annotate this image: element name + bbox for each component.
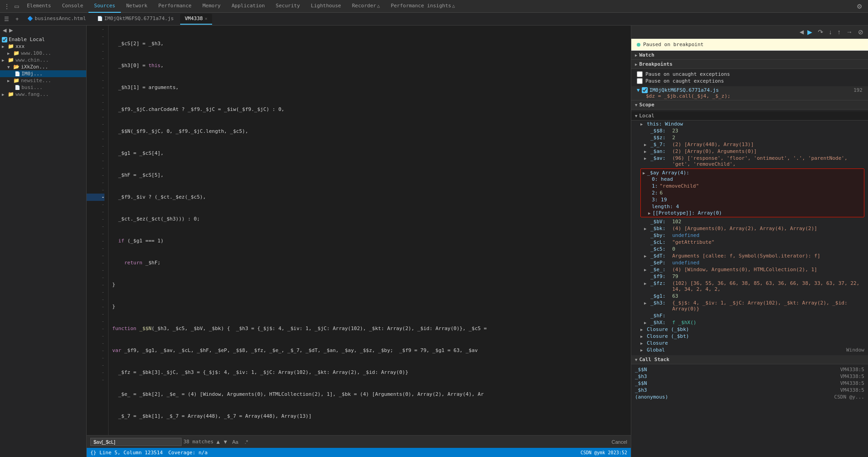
- expand-icon[interactable]: ▶: [640, 327, 645, 332]
- tab-application[interactable]: Application: [226, 0, 270, 13]
- tree-item-www100[interactable]: ▶ 📁 www.100...: [0, 50, 86, 57]
- tree-item-im0j[interactable]: 📄 IM0j...: [0, 70, 86, 77]
- tree-item-newsite[interactable]: ▶ 📁 newsite...: [0, 77, 86, 84]
- regex-btn[interactable]: .*: [242, 438, 250, 446]
- tab-perf-insights[interactable]: Performance insights △: [385, 0, 460, 13]
- scope-item[interactable]: ▶ _$h3: {_$j$: 4, _$iv: 1, _$jC: Array(1…: [640, 299, 868, 312]
- scope-item-closure[interactable]: ▶ Closure: [637, 340, 868, 347]
- scope-item[interactable]: ▶ _$bk: (4) [Arguments(0), Array(2), Arr…: [640, 225, 868, 232]
- call-stack-item[interactable]: _$h3 VM4338:5: [631, 387, 868, 394]
- expand-icon[interactable]: ▶: [644, 149, 649, 154]
- tree-item-wwwchin[interactable]: ▶ 📁 www.chin...: [0, 57, 86, 63]
- tree-item-ixkzon[interactable]: ▼ 📂 iXkZon...: [0, 63, 86, 70]
- search-input[interactable]: [90, 438, 182, 446]
- tree-item-wwwfang[interactable]: ▶ 📁 www.fang...: [0, 91, 86, 98]
- file-tab-businessannc[interactable]: 🔷 businessAnnc.html: [23, 14, 91, 25]
- tree-label: newsite...: [21, 78, 51, 84]
- resume-btn[interactable]: ▶: [806, 27, 814, 37]
- tree-item-xxx[interactable]: ▶ 📁 xxx: [0, 43, 86, 50]
- file-tab-vm4338[interactable]: VM4338 ✕: [180, 14, 212, 25]
- expand-icon[interactable]: ▶: [640, 122, 645, 126]
- scope-item[interactable]: ▶ this: Window: [637, 121, 868, 127]
- expand-icon[interactable]: ▶: [644, 320, 649, 325]
- tab-security[interactable]: Security: [270, 0, 306, 13]
- new-snippet-btn[interactable]: +: [13, 15, 21, 23]
- sidebar-forward-btn[interactable]: ▶: [8, 26, 14, 34]
- call-stack-section-header[interactable]: ▼ Call Stack: [631, 355, 868, 364]
- settings-button[interactable]: ⚙: [853, 2, 866, 11]
- expand-icon[interactable]: ▶: [640, 334, 645, 339]
- expand-icon[interactable]: ▶: [644, 301, 649, 305]
- tab-recorder[interactable]: Recorder △: [347, 0, 385, 13]
- scope-item-global[interactable]: ▶ Global Window: [637, 347, 868, 353]
- expand-icon[interactable]: ▶: [644, 254, 649, 258]
- enable-local-checkbox[interactable]: [2, 37, 7, 42]
- breakpoints-section-header[interactable]: ▶ Breakpoints: [631, 60, 868, 69]
- scope-item[interactable]: ▶ _$dT: Arguments [callee: f, Symbol(Sym…: [640, 252, 868, 259]
- call-stack-item[interactable]: _$$N VM4338:5: [631, 366, 868, 373]
- step-out-btn[interactable]: ↑: [836, 27, 842, 37]
- scope-item[interactable]: ▶ _$e_: (4) [Window, Arguments(0), HTMLC…: [640, 266, 868, 273]
- tree-item-busi[interactable]: 📄 busi...: [0, 84, 86, 91]
- scope-item[interactable]: ▶ _$_7: (2) [Array(448), Array(13)]: [640, 141, 868, 148]
- expand-icon[interactable]: ▶: [640, 341, 645, 346]
- call-stack-item[interactable]: _$h3 VM4338:5: [631, 373, 868, 380]
- match-case-btn[interactable]: Aa: [230, 438, 240, 446]
- watch-section-header[interactable]: ▶ Watch: [631, 51, 868, 60]
- expand-icon[interactable]: ▶: [644, 268, 649, 272]
- scope-item-closure-bt[interactable]: ▶ Closure (_$bt): [637, 333, 868, 340]
- scope-item[interactable]: ▶ _$an: (2) [Array(0), Arguments(0)]: [640, 148, 868, 155]
- tab-console[interactable]: Console: [57, 0, 88, 13]
- debug-sections[interactable]: ▶ Watch ▶ Breakpoints Pause on uncaught …: [631, 51, 868, 457]
- file-tab-im0j[interactable]: 📄 IM0jQktM6FSQ.6771a74.js: [93, 14, 178, 25]
- tree-label: IM0j...: [21, 71, 42, 77]
- scope-item[interactable]: ▶ _$fz: (102) [36, 55, 36, 66, 38, 85, 6…: [640, 280, 868, 293]
- search-prev-btn[interactable]: ▲: [215, 439, 221, 445]
- sidebar-back-btn[interactable]: ◀: [2, 26, 7, 34]
- pause-caught-checkbox[interactable]: [637, 78, 643, 84]
- code-content[interactable]: _$cS[2] = _$h3, _$h3[0] = this, _$h3[1] …: [109, 26, 631, 435]
- sidebar-toggle-btn[interactable]: ☰: [2, 15, 11, 23]
- scope-section-header[interactable]: ▼ Scope: [631, 100, 868, 110]
- local-scope-header[interactable]: ▼ Local: [631, 111, 868, 121]
- devtools-menu-btn[interactable]: ⋮: [2, 2, 12, 11]
- code-line: _$cS[2] = _$h3,: [112, 40, 631, 47]
- file-tab-close-btn[interactable]: ✕: [205, 16, 208, 21]
- main-layout: ◀ ▶ Enable Local ▶ 📁 xxx ▶ 📁 www.100...: [0, 26, 868, 457]
- expand-icon[interactable]: ▶: [644, 281, 649, 286]
- tab-sources[interactable]: Sources: [88, 0, 120, 13]
- expand-icon[interactable]: ▶: [640, 348, 645, 352]
- search-next-btn[interactable]: ▼: [223, 439, 228, 445]
- scope-item[interactable]: ▶ _$av: (96) ['response', 'floor', 'onti…: [640, 155, 868, 168]
- tab-lighthouse[interactable]: Lighthouse: [306, 0, 347, 13]
- scope-item[interactable]: ▶ _$hX: f _$hX(): [640, 319, 868, 326]
- expand-icon[interactable]: ▶: [644, 156, 649, 161]
- expand-icon[interactable]: ▶: [644, 226, 649, 231]
- tab-performance[interactable]: Performance: [153, 0, 197, 13]
- bp-active-checkbox[interactable]: [642, 87, 648, 93]
- code-area[interactable]: ----- ----- ----- ----- --- - ----- ----…: [87, 26, 631, 435]
- expand-icon[interactable]: ▶: [648, 211, 650, 215]
- pause-uncaught-checkbox[interactable]: [637, 71, 643, 77]
- tab-network[interactable]: Network: [121, 0, 153, 13]
- call-stack-item[interactable]: _$$N VM4338:5: [631, 380, 868, 387]
- search-cancel-btn[interactable]: Cancel: [612, 439, 627, 445]
- expand-icon[interactable]: ▶: [644, 142, 649, 147]
- scope-item-closure-bk[interactable]: ▶ Closure (_$bk): [637, 326, 868, 333]
- step-over-btn[interactable]: ↷: [816, 27, 825, 37]
- panel-collapse-btn[interactable]: ◀: [800, 29, 804, 35]
- expand-icon[interactable]: ▶: [643, 171, 645, 175]
- step-btn[interactable]: →: [844, 27, 854, 37]
- code-line: _$hF = _$cS[5],: [112, 172, 631, 179]
- code-line: }: [112, 303, 631, 310]
- tab-elements[interactable]: Elements: [21, 0, 57, 13]
- scope-item: _$by: undefined: [640, 232, 868, 239]
- call-stack-content: _$$N VM4338:5 _$h3 VM4338:5 _$$N VM4338:…: [631, 364, 868, 402]
- call-stack-item[interactable]: (anonymous) CSDN @y...: [631, 394, 868, 400]
- enable-local-item[interactable]: Enable Local: [0, 36, 86, 43]
- pause-caught-label: Pause on caught exceptions: [645, 78, 724, 84]
- tab-memory[interactable]: Memory: [197, 0, 226, 13]
- step-into-btn[interactable]: ↓: [827, 27, 834, 37]
- dock-btn[interactable]: ▭: [12, 2, 21, 11]
- deactivate-bp-btn[interactable]: ⊘: [856, 27, 865, 37]
